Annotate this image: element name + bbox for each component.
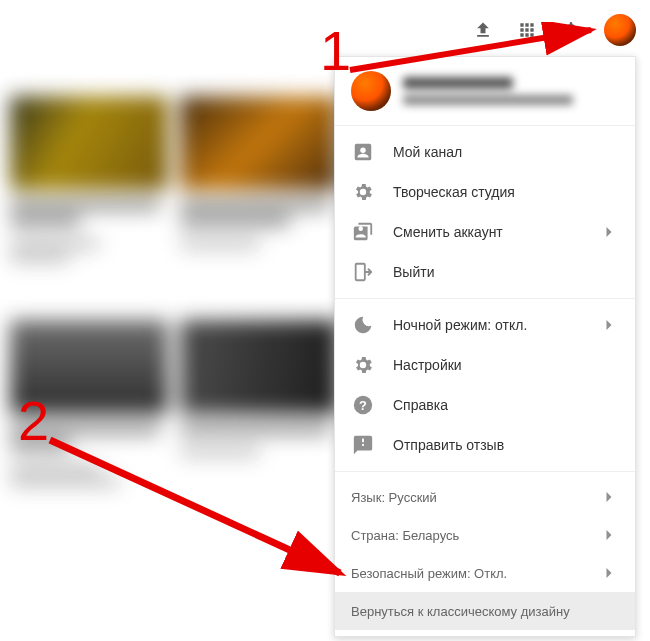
menu-item-label: Ночной режим: откл. — [393, 317, 599, 333]
menu-item-label: Мой канал — [393, 144, 619, 160]
menu-item-safe-mode[interactable]: Безопасный режим: Откл. — [335, 554, 635, 592]
menu-item-label: Язык: Русский — [351, 490, 599, 505]
menu-item-country[interactable]: Страна: Беларусь — [335, 516, 635, 554]
menu-item-studio[interactable]: Творческая студия — [335, 172, 635, 212]
menu-item-switch-account[interactable]: Сменить аккаунт — [335, 212, 635, 252]
menu-item-label: Справка — [393, 397, 619, 413]
menu-item-label: Творческая студия — [393, 184, 619, 200]
account-avatar — [351, 71, 391, 111]
chevron-right-icon — [599, 563, 619, 583]
studio-gear-icon — [351, 180, 375, 204]
chevron-right-icon — [599, 222, 619, 242]
account-name-block — [403, 77, 573, 105]
moon-icon — [351, 313, 375, 337]
settings-gear-icon — [351, 353, 375, 377]
menu-section-2: Ночной режим: откл. Настройки ? Справка … — [335, 299, 635, 472]
menu-item-label: Сменить аккаунт — [393, 224, 599, 240]
chevron-right-icon — [599, 487, 619, 507]
sign-out-icon — [351, 260, 375, 284]
chevron-right-icon — [599, 315, 619, 335]
switch-account-icon — [351, 220, 375, 244]
menu-item-label: Настройки — [393, 357, 619, 373]
avatar[interactable] — [604, 14, 636, 46]
annotation-number-2: 2 — [18, 388, 49, 453]
svg-text:?: ? — [359, 398, 367, 413]
menu-item-feedback[interactable]: Отправить отзыв — [335, 425, 635, 465]
svg-rect-0 — [356, 264, 365, 281]
feedback-icon — [351, 433, 375, 457]
menu-item-classic-design[interactable]: Вернуться к классическому дизайну — [335, 592, 635, 630]
upload-icon[interactable] — [472, 19, 494, 41]
help-icon: ? — [351, 393, 375, 417]
account-box-icon — [351, 140, 375, 164]
chevron-right-icon — [599, 525, 619, 545]
bell-icon[interactable] — [560, 19, 582, 41]
account-header — [335, 57, 635, 126]
menu-item-dark-mode[interactable]: Ночной режим: откл. — [335, 305, 635, 345]
menu-item-sign-out[interactable]: Выйти — [335, 252, 635, 292]
menu-section-1: Мой канал Творческая студия Сменить акка… — [335, 126, 635, 299]
topbar — [472, 14, 636, 46]
menu-item-language[interactable]: Язык: Русский — [335, 478, 635, 516]
account-menu: Мой канал Творческая студия Сменить акка… — [334, 56, 636, 637]
menu-item-label: Вернуться к классическому дизайну — [351, 604, 619, 619]
menu-item-label: Страна: Беларусь — [351, 528, 599, 543]
menu-item-label: Выйти — [393, 264, 619, 280]
apps-grid-icon[interactable] — [516, 19, 538, 41]
menu-section-3: Язык: Русский Страна: Беларусь Безопасны… — [335, 472, 635, 636]
annotation-number-1: 1 — [320, 18, 351, 83]
menu-item-label: Отправить отзыв — [393, 437, 619, 453]
menu-item-help[interactable]: ? Справка — [335, 385, 635, 425]
menu-item-my-channel[interactable]: Мой канал — [335, 132, 635, 172]
menu-item-label: Безопасный режим: Откл. — [351, 566, 599, 581]
menu-item-settings[interactable]: Настройки — [335, 345, 635, 385]
